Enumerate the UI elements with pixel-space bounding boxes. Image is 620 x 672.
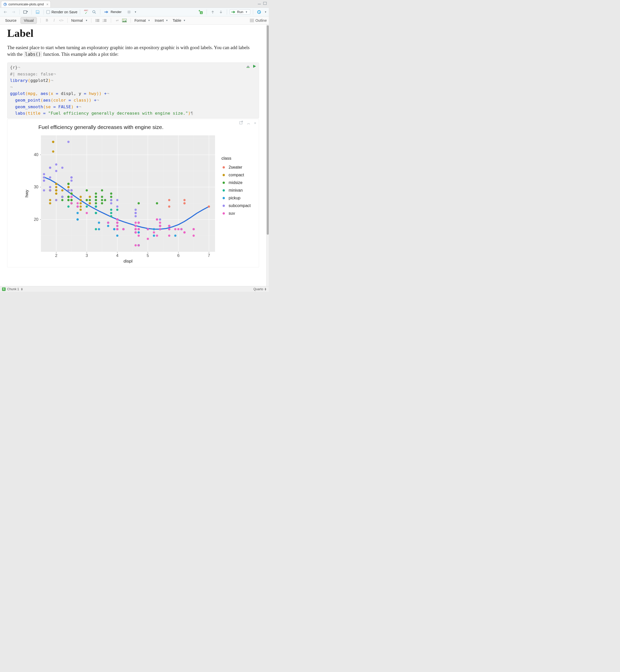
svg-point-311	[223, 212, 225, 215]
save-icon[interactable]	[34, 9, 41, 15]
svg-point-277	[76, 205, 79, 208]
svg-point-230	[135, 221, 137, 224]
intro-paragraph[interactable]: The easiest place to start when turning …	[7, 44, 259, 58]
svg-point-183	[116, 199, 118, 201]
svg-point-211	[55, 170, 57, 172]
svg-point-118	[101, 195, 103, 198]
publish-icon[interactable]	[256, 9, 262, 15]
svg-point-120	[67, 183, 70, 185]
editor-content[interactable]: Label The easiest place to start when tu…	[0, 24, 266, 286]
scrollbar-thumb[interactable]	[267, 25, 269, 235]
svg-point-185	[135, 215, 137, 217]
svg-point-193	[43, 189, 45, 191]
page-heading[interactable]: Label	[7, 27, 259, 40]
bold-icon[interactable]: B	[44, 18, 49, 23]
table-menu[interactable]: Table▼	[173, 18, 186, 22]
svg-point-217	[156, 234, 158, 237]
svg-point-42	[168, 205, 170, 208]
svg-rect-1	[258, 4, 261, 4]
svg-point-97	[104, 199, 106, 201]
link-icon[interactable]	[115, 18, 120, 23]
chunk-badge-icon: C	[2, 287, 6, 291]
svg-point-5	[93, 10, 95, 13]
chunk-stepper-icon[interactable]: ▲▼	[21, 288, 23, 291]
close-tab-icon[interactable]: ×	[46, 2, 48, 6]
maximize-icon[interactable]	[263, 2, 267, 5]
svg-point-52	[89, 195, 91, 198]
run-button[interactable]: Run ▼	[229, 9, 250, 14]
svg-point-131	[95, 212, 97, 214]
svg-point-149	[174, 234, 176, 237]
svg-rect-4	[37, 12, 38, 13]
format-menu[interactable]: Format▼	[135, 18, 150, 22]
svg-point-58	[80, 202, 82, 205]
add-chunk-icon[interactable]: C	[197, 9, 204, 15]
svg-point-96	[101, 189, 103, 191]
svg-point-273	[193, 228, 195, 230]
clear-output-icon[interactable]: ×	[254, 121, 256, 125]
source-mode-button[interactable]: Source	[2, 17, 19, 23]
settings-icon[interactable]	[126, 9, 132, 15]
run-above-icon[interactable]	[246, 64, 250, 68]
svg-point-109	[67, 199, 70, 201]
svg-point-270	[138, 221, 140, 224]
paragraph-style-select[interactable]: Normal ▼	[71, 18, 88, 22]
visual-mode-button[interactable]: Visual	[20, 17, 37, 24]
svg-text:pickup: pickup	[228, 196, 240, 200]
document-tab-filename: communicate-plots.qmd	[8, 2, 44, 6]
chunk-indicator[interactable]: Chunk 1	[7, 287, 19, 291]
document-tab[interactable]: communicate-plots.qmd ×	[1, 1, 51, 7]
settings-caret-icon[interactable]: ▼	[135, 11, 137, 13]
image-icon[interactable]	[122, 18, 127, 23]
run-icon	[231, 10, 236, 13]
render-icon	[104, 10, 109, 14]
forward-icon[interactable]	[10, 9, 17, 15]
collapse-output-icon[interactable]: ︽	[247, 121, 250, 125]
svg-point-187	[135, 209, 137, 211]
svg-point-196	[49, 167, 51, 169]
publish-caret-icon[interactable]: ▼	[264, 11, 267, 13]
outline-toggle[interactable]: Outline	[250, 18, 267, 22]
code-icon[interactable]: </>	[59, 18, 64, 23]
spellcheck-icon[interactable]: ABC✓	[83, 9, 89, 15]
run-chunk-icon[interactable]	[253, 64, 256, 68]
render-on-save-checkbox[interactable]	[46, 10, 50, 14]
render-button[interactable]: Render	[103, 9, 124, 14]
svg-point-192	[43, 179, 45, 182]
go-next-chunk-icon[interactable]	[218, 9, 224, 15]
quarto-file-icon	[3, 3, 7, 6]
svg-point-111	[95, 195, 97, 198]
open-in-window-icon[interactable]	[22, 9, 29, 15]
go-prev-chunk-icon[interactable]	[209, 9, 216, 15]
back-icon[interactable]	[2, 9, 9, 15]
paragraph-style-label: Normal	[71, 18, 83, 22]
svg-point-237	[159, 228, 161, 230]
code-chunk[interactable]: {r}¬ #| message: false¬ library(ggplot2)…	[7, 62, 259, 118]
insert-menu[interactable]: Insert▼	[155, 18, 168, 22]
svg-point-66	[61, 189, 63, 191]
svg-point-189	[159, 218, 161, 221]
svg-point-84	[80, 205, 82, 208]
engine-indicator[interactable]: Quarto	[253, 287, 263, 291]
svg-point-137	[110, 209, 112, 211]
svg-point-12	[96, 20, 97, 21]
numbered-list-icon[interactable]: 12	[102, 18, 107, 23]
svg-text:3: 3	[86, 254, 88, 258]
svg-point-78	[52, 150, 54, 153]
svg-text:Fuel efficiency generally decr: Fuel efficiency generally decreases with…	[38, 124, 164, 130]
italic-icon[interactable]: I	[51, 18, 57, 23]
find-icon[interactable]	[91, 9, 98, 15]
engine-stepper-icon[interactable]: ▲▼	[264, 288, 267, 291]
minimize-icon[interactable]	[258, 2, 262, 5]
svg-point-303	[223, 181, 225, 184]
svg-point-112	[101, 199, 103, 201]
svg-point-228	[116, 225, 118, 227]
scrollbar[interactable]	[266, 24, 269, 286]
svg-point-210	[49, 176, 51, 179]
svg-point-146	[153, 228, 155, 230]
bullet-list-icon[interactable]	[95, 18, 100, 23]
svg-point-220	[177, 228, 179, 230]
popout-output-icon[interactable]	[239, 121, 244, 124]
svg-text:midsize: midsize	[228, 180, 243, 185]
svg-text:20: 20	[34, 217, 38, 221]
